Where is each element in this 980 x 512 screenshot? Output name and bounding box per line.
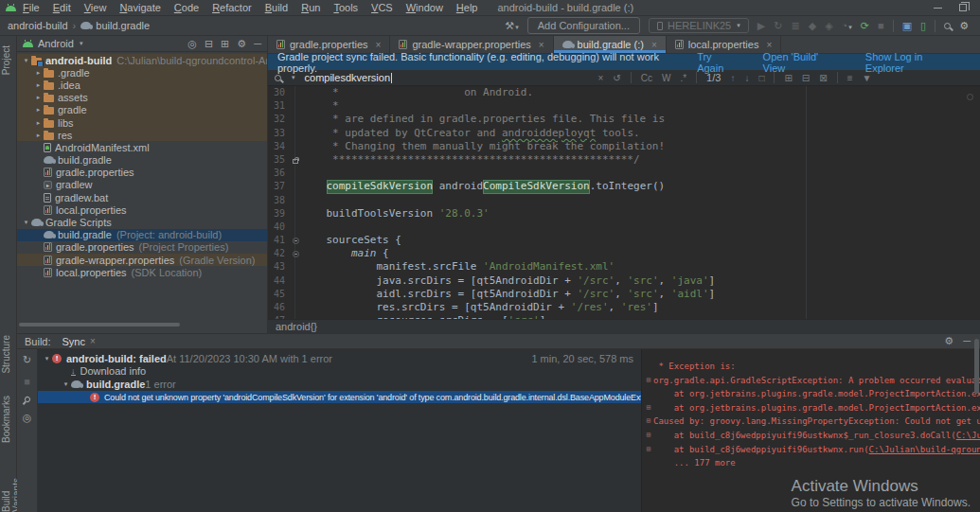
chevron-expanded-icon[interactable]: ▾ <box>21 57 31 64</box>
run-tasks-list-icon[interactable]: ≣ <box>791 21 799 31</box>
tree-item-local-properties[interactable]: local.properties(SDK Location) <box>17 266 267 278</box>
menu-code[interactable]: Code <box>168 2 205 13</box>
code-line-35[interactable]: 35 *************************************… <box>268 153 980 167</box>
code-editor[interactable]: 30 * on Android.31 *32 * are defined in … <box>268 86 980 319</box>
sync-gradle-icon[interactable]: ⟳ <box>861 21 869 31</box>
tool-tab-bookmarks[interactable]: Bookmarks <box>1 396 11 443</box>
toggle-[interactable]: .* <box>680 73 686 83</box>
locate-file-icon[interactable]: ◎ <box>187 38 197 50</box>
search-icon[interactable] <box>275 75 281 81</box>
banner-action-show-log-in-explorer[interactable]: Show Log in Explorer <box>865 51 963 74</box>
banner-action-open-build-view[interactable]: Open 'Build' View <box>763 51 843 74</box>
menu-vcs[interactable]: VCS <box>365 2 400 13</box>
chevron-expanded-icon[interactable]: ▾ <box>21 219 31 226</box>
chevron-down-icon[interactable]: ▾ <box>80 40 83 47</box>
tree-item-gradle[interactable]: ▸gradle <box>17 104 267 116</box>
banner-action-try-again[interactable]: Try Again <box>697 51 739 74</box>
collapse-all-icon[interactable]: ⊟ <box>205 38 213 50</box>
code-line-46[interactable]: 46 res.srcDirs = [qt5AndroidDir + '/res'… <box>268 301 980 314</box>
fold-plus-icon[interactable]: ⊞ <box>644 429 653 443</box>
inspections-indicator-icon[interactable] <box>967 94 973 100</box>
search-history-icon[interactable]: ↺ <box>613 73 620 83</box>
code-line-38[interactable]: 38 <box>268 194 980 207</box>
tree-item-gradle-properties[interactable]: gradle.properties <box>17 167 267 179</box>
stop-icon[interactable]: ■ <box>24 376 30 387</box>
project-view-mode[interactable]: Android <box>38 38 74 49</box>
close-icon[interactable]: × <box>651 40 657 50</box>
toggle-cc[interactable]: Cc <box>641 73 652 83</box>
breadcrumb-project[interactable]: android-build <box>8 20 68 31</box>
code-line-30[interactable]: 30 * on Android. <box>268 86 980 99</box>
close-icon[interactable]: × <box>539 40 544 50</box>
toggle-w[interactable]: W <box>662 73 670 83</box>
build-hammer-icon[interactable]: ⚒▾ <box>505 21 518 31</box>
run-icon[interactable]: ▶ <box>757 21 765 31</box>
tree-item-build-gradle[interactable]: build.gradle <box>17 154 267 167</box>
menu-build[interactable]: Build <box>258 2 294 13</box>
remove-occurrence-icon[interactable]: ⊟ <box>802 73 810 83</box>
code-line-41[interactable]: 41 sourceSets { <box>268 234 980 247</box>
select-all-occurrences-icon[interactable]: ⊠ <box>819 73 827 83</box>
tool-tab-project[interactable]: Project <box>1 45 11 75</box>
fold-toggle-icon[interactable] <box>293 251 299 257</box>
filter-search-icon[interactable]: ▼ <box>862 73 871 83</box>
menu-help[interactable]: Help <box>450 2 485 13</box>
chevron-collapsed-icon[interactable]: ▸ <box>33 132 44 139</box>
minimize-icon[interactable] <box>934 8 942 9</box>
chevron-collapsed-icon[interactable]: ▸ <box>33 94 44 101</box>
tree-item-idea[interactable]: ▸.idea <box>17 79 267 91</box>
horizontal-scrollbar[interactable] <box>19 323 180 327</box>
chevron-collapsed-icon[interactable]: ▸ <box>33 81 44 89</box>
avd-manager-icon[interactable]: ▣ <box>902 21 912 31</box>
previous-match-icon[interactable]: ↑ <box>730 73 735 83</box>
file-link[interactable]: C:\Jul <box>956 429 980 443</box>
hide-panel-icon[interactable]: ─ <box>963 335 971 347</box>
code-line-32[interactable]: 32 * are defined in gradle.properties fi… <box>268 113 980 126</box>
chevron-expanded-icon[interactable]: ▾ <box>61 380 71 388</box>
locate-icon[interactable]: ◎ <box>23 412 32 424</box>
chevron-expanded-icon[interactable]: ▾ <box>42 355 52 362</box>
code-line-39[interactable]: 39 buildToolsVersion '28.0.3' <box>268 207 980 221</box>
tree-item-gradlew[interactable]: gradlew <box>17 179 267 191</box>
add-configuration-button[interactable]: Add Configuration... <box>527 17 640 34</box>
code-breadcrumb[interactable]: android{} <box>276 321 317 332</box>
tree-item-assets[interactable]: ▸assets <box>17 92 267 104</box>
next-match-icon[interactable]: ↓ <box>744 73 749 83</box>
code-line-44[interactable]: 44 java.srcDirs = [qt5AndroidDir + '/src… <box>268 274 980 288</box>
menu-window[interactable]: Window <box>400 2 450 13</box>
menu-navigate[interactable]: Navigate <box>113 2 167 13</box>
add-occurrence-icon[interactable]: ⊞ <box>784 73 792 83</box>
close-icon[interactable]: × <box>90 336 96 346</box>
tree-item-build-gradle[interactable]: build.gradle(Project: android-build) <box>17 229 267 241</box>
close-icon[interactable]: × <box>376 40 382 50</box>
tab-sync[interactable]: Sync × <box>62 336 96 347</box>
build-tree-row[interactable]: Could not get unknown property 'androidC… <box>38 391 641 404</box>
code-line-37[interactable]: 37 compileSdkVersion androidCompileSdkVe… <box>268 180 980 193</box>
build-tree-row[interactable]: ▾build.gradle 1 error <box>38 378 641 391</box>
chevron-collapsed-icon[interactable]: ▸ <box>33 119 44 127</box>
tree-item-gradle-properties[interactable]: gradle.properties(Project Properties) <box>17 241 267 254</box>
coverage-icon[interactable]: ◈ <box>825 21 832 31</box>
fold-plus-icon[interactable]: ⊞ <box>644 443 653 457</box>
build-tree-row[interactable]: ▾android-build: failed At 11/20/2023 10:… <box>38 352 641 365</box>
fold-toggle-icon[interactable] <box>293 238 299 244</box>
profiler-icon[interactable]: ◔▾ <box>842 21 852 31</box>
tree-item-gradle[interactable]: ▸.gradle <box>17 66 267 79</box>
debug-icon[interactable]: ◆ <box>809 21 816 31</box>
clear-search-icon[interactable]: × <box>598 73 604 83</box>
rerun-icon[interactable]: ↻ <box>23 354 31 366</box>
filter-lines-icon[interactable]: ≡ <box>847 73 853 83</box>
stop-icon[interactable]: ■ <box>878 21 884 31</box>
tree-item-gradlew-bat[interactable]: gradlew.bat <box>17 191 267 203</box>
code-line-34[interactable]: 34 * Changing them manually might break … <box>268 140 980 153</box>
menu-view[interactable]: View <box>78 2 114 13</box>
close-icon[interactable]: × <box>766 40 772 50</box>
chevron-collapsed-icon[interactable]: ▸ <box>33 106 44 114</box>
device-selector[interactable]: HERELINK25 ▾ <box>649 18 749 33</box>
tool-tab-structure[interactable]: Structure <box>1 335 11 374</box>
breadcrumb-file[interactable]: build.gradle <box>96 20 150 31</box>
device-manager-icon[interactable]: ▯ <box>920 21 926 31</box>
menu-tools[interactable]: Tools <box>327 2 365 13</box>
settings-gear-icon[interactable]: ⚙ <box>959 21 969 31</box>
settings-gear-icon[interactable]: ⚙ <box>944 335 953 347</box>
